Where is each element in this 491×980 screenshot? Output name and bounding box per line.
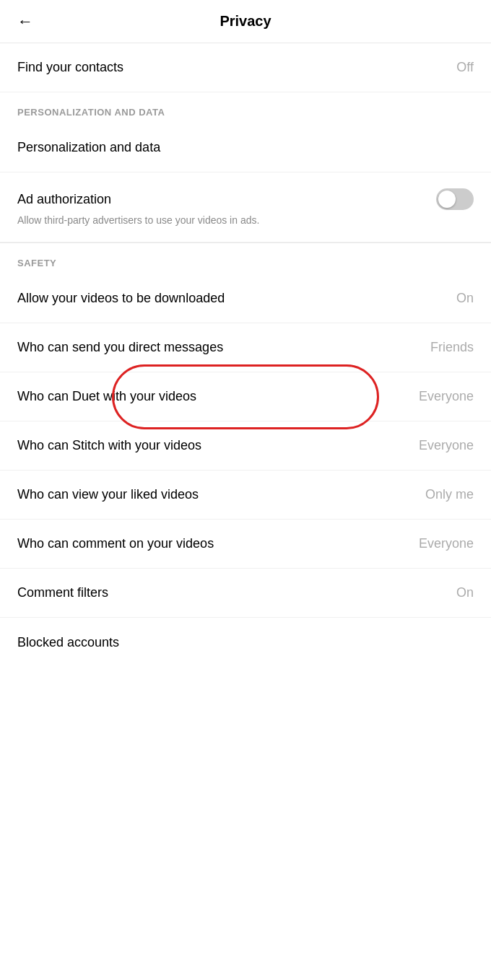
direct-messages-label: Who can send you direct messages [17,340,422,355]
comments-label: Who can comment on your videos [17,536,410,551]
ad-auth-row: Ad authorization [17,188,474,210]
toggle-track [436,188,474,210]
comments-value: Everyone [419,536,474,551]
ad-auth-label: Ad authorization [17,192,111,207]
ad-auth-toggle[interactable] [436,188,474,210]
find-contacts-item[interactable]: Find your contacts Off [0,43,491,92]
comment-filters-label: Comment filters [17,585,448,600]
find-contacts-value: Off [456,60,474,75]
page-title: Privacy [220,13,271,30]
personalization-item[interactable]: Personalization and data [0,123,491,172]
comment-filters-item[interactable]: Comment filters On [0,569,491,618]
allow-downloads-item[interactable]: Allow your videos to be downloaded On [0,274,491,323]
ad-authorization-item[interactable]: Ad authorization Allow third-party adver… [0,172,491,242]
back-button[interactable]: ← [14,9,36,34]
stitch-item[interactable]: Who can Stitch with your videos Everyone [0,421,491,471]
duet-value: Everyone [419,389,474,404]
blocked-accounts-item[interactable]: Blocked accounts [0,618,491,667]
duet-label: Who can Duet with your videos [17,389,410,404]
liked-videos-label: Who can view your liked videos [17,487,417,502]
direct-messages-item[interactable]: Who can send you direct messages Friends [0,323,491,372]
blocked-accounts-label: Blocked accounts [17,635,474,650]
find-contacts-label: Find your contacts [17,60,448,75]
allow-downloads-label: Allow your videos to be downloaded [17,291,448,306]
stitch-label: Who can Stitch with your videos [17,438,410,453]
safety-section-header: SAFETY [0,243,491,274]
personalization-label: Personalization and data [17,140,474,155]
header: ← Privacy [0,0,491,43]
direct-messages-value: Friends [430,340,474,355]
allow-downloads-value: On [456,291,474,306]
stitch-value: Everyone [419,438,474,453]
duet-item[interactable]: Who can Duet with your videos Everyone [0,372,491,421]
toggle-thumb [438,191,456,208]
comments-item[interactable]: Who can comment on your videos Everyone [0,520,491,569]
ad-auth-description: Allow third-party advertisers to use you… [17,214,474,226]
liked-videos-item[interactable]: Who can view your liked videos Only me [0,471,491,520]
liked-videos-value: Only me [425,487,474,502]
personalization-section-header: PERSONALIZATION AND DATA [0,92,491,123]
comment-filters-value: On [456,585,474,600]
